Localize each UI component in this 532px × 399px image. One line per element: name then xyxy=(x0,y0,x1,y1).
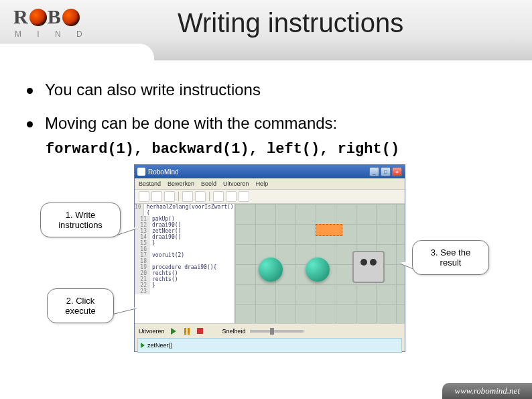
toolbar-separator xyxy=(209,192,210,201)
pause-icon xyxy=(184,328,186,335)
close-button[interactable]: × xyxy=(392,167,402,176)
code-text: procedure draai90(){ xyxy=(149,264,216,270)
bullet-2: Moving can be done with the commands: xyxy=(27,114,505,133)
code-line: 10herhaalZolang(voorIsZwart()){ xyxy=(135,204,235,216)
pause-button[interactable] xyxy=(182,327,192,336)
app-body: 10herhaalZolang(voorIsZwart()){11 pakUp(… xyxy=(135,204,405,323)
menubar: Bestand Bewerken Beeld Uitvoeren Help xyxy=(135,178,405,189)
callout-result: 3. See the result xyxy=(412,240,489,275)
stop-icon xyxy=(197,328,203,334)
bullet-dot-icon xyxy=(27,88,33,94)
speed-label: Snelheid xyxy=(222,328,246,335)
paste-icon[interactable] xyxy=(239,191,249,202)
logo-b: B xyxy=(48,5,62,27)
minimize-button[interactable]: _ xyxy=(369,167,379,176)
menu-help[interactable]: Help xyxy=(256,180,269,187)
code-line: 11 pakUp() xyxy=(135,216,235,222)
status-text: zetNeer() xyxy=(147,342,173,349)
footer-url: www.robomind.net xyxy=(442,383,532,399)
open-icon[interactable] xyxy=(151,191,162,202)
line-number: 20 xyxy=(135,270,149,276)
line-number: 19 xyxy=(135,264,149,270)
titlebar: RoboMind _ □ × xyxy=(135,165,405,178)
redo-icon[interactable] xyxy=(195,191,206,202)
menu-file[interactable]: Bestand xyxy=(139,180,161,187)
slider-thumb[interactable] xyxy=(270,328,274,335)
new-icon[interactable] xyxy=(139,191,149,202)
beacon-object xyxy=(316,224,342,236)
code-commands: forward(1), backward(1), left(), right() xyxy=(46,141,505,158)
app-icon xyxy=(137,168,145,176)
play-button[interactable] xyxy=(169,327,178,336)
speed-slider[interactable] xyxy=(250,330,304,333)
code-text: draai90() xyxy=(149,234,181,240)
code-text xyxy=(149,288,152,294)
play-icon xyxy=(171,328,176,335)
slide-header: RB M I N D Writing instructions xyxy=(0,0,532,60)
maximize-button[interactable]: □ xyxy=(381,167,391,176)
code-editor[interactable]: 10herhaalZolang(voorIsZwart()){11 pakUp(… xyxy=(135,204,235,323)
code-text xyxy=(149,246,152,252)
logo-text: RB xyxy=(13,5,89,28)
world-view xyxy=(235,204,405,323)
code-text: pakUp() xyxy=(149,216,175,222)
code-text: rechts() xyxy=(149,270,178,276)
cut-icon[interactable] xyxy=(213,191,224,202)
line-number: 14 xyxy=(135,234,149,240)
toolbar-separator xyxy=(178,192,179,201)
code-line: 17vooruit(2) xyxy=(135,252,235,258)
code-line: 16 xyxy=(135,246,235,252)
code-line: 21 rechts() xyxy=(135,276,235,282)
line-number: 15 xyxy=(135,240,149,246)
toolbar xyxy=(135,189,405,204)
save-icon[interactable] xyxy=(164,191,175,202)
undo-icon[interactable] xyxy=(182,191,193,202)
content-area: You can also write instructions Moving c… xyxy=(0,60,532,158)
copy-icon[interactable] xyxy=(226,191,237,202)
code-text xyxy=(149,258,152,264)
line-number: 21 xyxy=(135,276,149,282)
stop-button[interactable] xyxy=(196,327,205,336)
callout-execute: 2. Click execute xyxy=(47,288,114,323)
code-line: 23 xyxy=(135,288,235,294)
menu-view[interactable]: Beeld xyxy=(201,180,216,187)
callout-write: 1. Write instructions xyxy=(40,203,121,237)
callout-tail xyxy=(111,305,137,315)
code-text: } xyxy=(149,282,155,288)
code-line: 22} xyxy=(135,282,235,288)
line-number: 18 xyxy=(135,258,149,264)
logo-orb-icon xyxy=(62,9,80,26)
ball-object xyxy=(306,258,330,282)
logo-r: R xyxy=(13,5,29,27)
logo: RB M I N D xyxy=(13,5,89,39)
line-number: 17 xyxy=(135,252,149,258)
logo-orb-icon xyxy=(29,9,47,26)
bullet-1: You can also write instructions xyxy=(27,80,505,99)
menu-edit[interactable]: Bewerken xyxy=(168,180,194,187)
status-bar: zetNeer() xyxy=(137,338,402,353)
bullet-dot-icon xyxy=(27,121,33,127)
code-text: draai90() xyxy=(149,222,181,228)
code-line: 15} xyxy=(135,240,235,246)
bullet-2-text: Moving can be done with the commands: xyxy=(45,114,337,133)
code-text: rechts() xyxy=(149,276,178,282)
ball-object xyxy=(259,258,283,282)
logo-subtitle: M I N D xyxy=(15,30,89,39)
titlebar-text: RoboMind xyxy=(148,168,369,176)
line-number: 11 xyxy=(135,216,149,222)
line-number: 16 xyxy=(135,246,149,252)
code-text: zetNeer() xyxy=(149,228,181,234)
header-curve xyxy=(0,44,154,60)
line-number: 23 xyxy=(135,288,149,294)
pause-icon xyxy=(188,328,190,335)
menu-run[interactable]: Uitvoeren xyxy=(223,180,249,187)
code-text: herhaalZolang(voorIsZwart()){ xyxy=(144,204,235,216)
code-line: 13 zetNeer() xyxy=(135,228,235,234)
code-line: 18 xyxy=(135,258,235,264)
app-window: RoboMind _ □ × Bestand Bewerken Beeld Ui… xyxy=(134,164,405,352)
code-line: 19procedure draai90(){ xyxy=(135,264,235,270)
run-bar: Uitvoeren Snelheid xyxy=(135,323,405,338)
line-number: 22 xyxy=(135,282,149,288)
code-text: vooruit(2) xyxy=(149,252,184,258)
window-controls: _ □ × xyxy=(369,167,402,176)
